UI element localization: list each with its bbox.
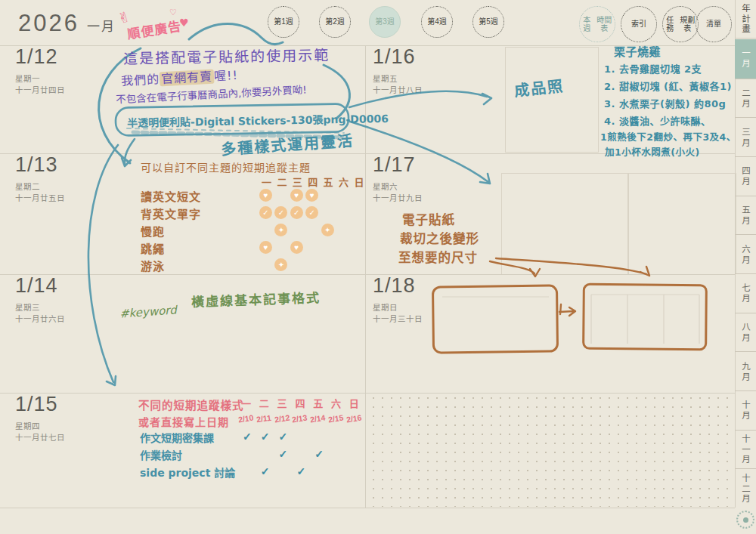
tracker1-sticker-star-icon[interactable]: ✦	[321, 224, 334, 236]
tracker2-weekday-col: 日	[349, 396, 359, 410]
tracker2-weekday-col: 四	[295, 396, 305, 410]
tracker1-row-label: 慢跑	[141, 223, 165, 239]
recipe-line: 4. 淡醬油、少許味醂、	[604, 113, 711, 128]
sticker-note-line: 至想要的尺寸	[398, 248, 478, 266]
sticker-note-line: 電子貼紙	[402, 210, 455, 228]
heart-icon: ♡	[169, 8, 177, 17]
bubble-top-arc	[189, 24, 283, 45]
tracker1-sticker-heart-icon[interactable]: ♥	[259, 241, 272, 254]
tracker2-check-icon[interactable]: ✓	[279, 431, 288, 443]
tracker2-check-icon[interactable]: ✓	[314, 448, 324, 460]
tracker1-sticker-heart-icon[interactable]: ♥	[290, 189, 303, 202]
sketch-box-2	[584, 284, 707, 349]
tracker1-weekday-col: 五	[324, 174, 333, 189]
tracker2-subtitle: 或者直接寫上日期	[138, 414, 229, 429]
tracker2-weekday-col: 六	[331, 396, 341, 410]
tracker1-row-label: 讀英文短文	[141, 188, 201, 204]
tracker1-weekday-col: 三	[293, 174, 302, 189]
tracker2-weekday-col: 二	[259, 396, 269, 410]
tracker2-check-icon[interactable]: ✓	[279, 448, 288, 460]
tracker1-weekday-col: 日	[354, 174, 364, 189]
recipe-line: 2. 甜椒切塊 (紅、黃椒各1)	[604, 79, 732, 93]
tracker2-check-icon[interactable]: ✓	[261, 465, 270, 477]
arrow-to-tracker1	[122, 139, 135, 166]
tracker1-sticker-check-icon[interactable]: ✓	[259, 206, 272, 219]
sketch-box-1	[432, 286, 557, 353]
tracker1-sticker-heart-icon[interactable]: ♥	[259, 189, 272, 202]
tracker1-weekday-col: 六	[339, 174, 349, 189]
heart-icon: ♥	[179, 17, 189, 29]
arrow-to-tracker2	[88, 145, 118, 385]
note-purple-line2-post: 喔!!	[214, 68, 239, 84]
tracker2-row-label: 作文短期密集課	[140, 430, 214, 445]
tracker1-sticker-check-icon[interactable]: ✓	[290, 206, 303, 219]
tracker2-weekday-col: 三	[277, 396, 287, 410]
tracker2-check-icon[interactable]: ✓	[261, 431, 270, 443]
tracker1-weekday-col: 四	[308, 174, 318, 189]
tracker2-check-icon[interactable]: ✓	[243, 431, 252, 443]
recipe-line: 3. 水煮栗子(剝殼) 約80g	[604, 96, 726, 110]
recipe-line: 加1小杯水悶煮(小火)	[605, 144, 700, 159]
tracker1-row-label: 游泳	[141, 258, 165, 273]
recipe-line: 1煎熟後下2翻炒、再下3及4、	[600, 129, 736, 144]
note-purple-highlight: 官網有賣	[160, 69, 215, 87]
tracker1-weekday-col: 二	[277, 174, 287, 189]
arrow-to-saturday-cell	[348, 121, 490, 184]
tracker2-row-label: 作業檢討	[140, 447, 182, 462]
sketch-box-inner-grid	[591, 295, 699, 344]
tracker1-row-label: 背英文單字	[141, 205, 201, 221]
note-purple-line1: 這是搭配電子貼紙的使用示範	[123, 44, 330, 68]
digital-planner-page: { "header": { "title_year": "2026", "tit…	[0, 0, 756, 534]
sticker-note-line: 裁切之後變形	[400, 229, 479, 247]
tracker1-weekday-col: 一	[262, 174, 271, 189]
tracker2-row-label: side project 討論	[140, 465, 235, 480]
tracker1-title: 可以自訂不同主題的短期追蹤主題	[141, 159, 311, 174]
tracker2-check-icon[interactable]: ✓	[296, 465, 305, 477]
arrow-between-boxes	[559, 304, 575, 316]
recipe-line: 栗子燒雞	[614, 43, 661, 59]
tracker2-weekday-col: 一	[241, 396, 251, 410]
tracker2-weekday-col: 五	[313, 396, 323, 410]
recipe-line: 1. 去骨雞腿切塊 2支	[604, 61, 702, 76]
tracker2-title: 不同的短期追蹤樣式	[138, 397, 244, 412]
note-purple-line2-pre: 我們的	[121, 72, 160, 88]
tracker1-sticker-heart-icon[interactable]: ♥	[290, 241, 303, 254]
tracker1-row-label: 跳繩	[141, 240, 165, 256]
arrow-note-to-box1	[490, 261, 540, 276]
arrow-to-photo	[349, 91, 491, 107]
